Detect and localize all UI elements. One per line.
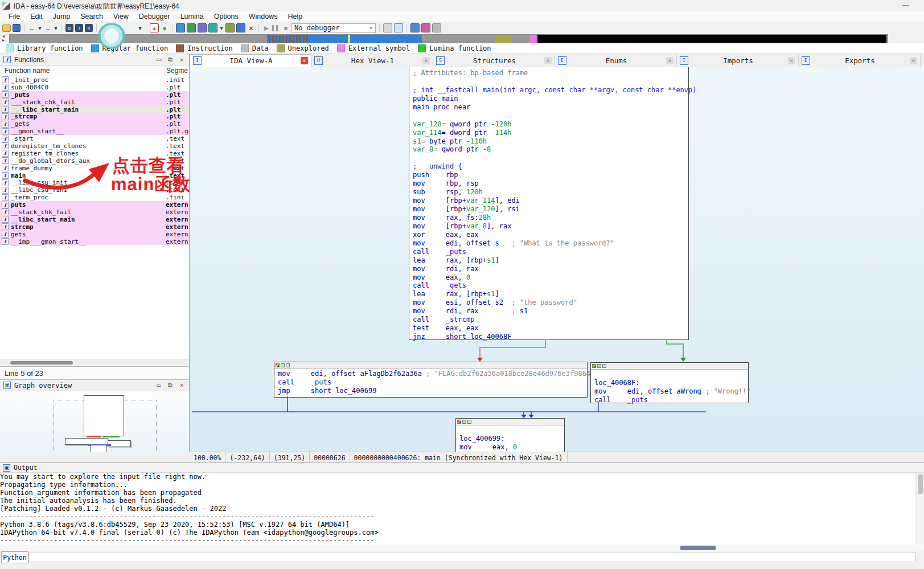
python-command-input[interactable] [28,552,915,562]
menu-options[interactable]: Options [209,12,244,21]
plugin-icon[interactable] [225,23,235,32]
module-list-icon[interactable] [410,23,420,32]
close-icon[interactable]: × [666,57,674,64]
close-icon[interactable]: × [301,57,308,64]
node-color-icon[interactable] [276,363,280,367]
tab-hex-view-1[interactable]: HHex View-1× [311,54,433,67]
node-color-icon[interactable] [592,364,596,368]
menu-file[interactable]: File [3,12,25,21]
function-row-__libc_start_main[interactable]: f__libc_start_mainextern [0,216,189,223]
rename-icon[interactable] [198,23,207,32]
node-group-icon[interactable] [602,364,606,368]
function-row-_puts[interactable]: f_puts.plt [0,91,189,99]
function-row-___libc_start_main[interactable]: f___libc_start_main.plt [0,106,189,113]
tab-enums[interactable]: EEnums× [555,54,677,67]
function-row-puts[interactable]: fputsextern [0,201,189,208]
function-row-deregister_tm_clones[interactable]: fderegister_tm_clones.text [0,142,189,150]
functions-hscrollbar-thumb[interactable] [10,361,73,365]
function-row-_gets[interactable]: f_gets.plt [0,120,189,128]
navband-scroll-arrows[interactable]: ◂ ▸ [2,34,8,43]
ida-graph-view[interactable]: ; Attributes: bp-based frame ; int __fas… [190,67,924,452]
new-instance-icon[interactable] [421,23,430,32]
tab-exports[interactable]: EExports× [799,54,921,67]
close-icon[interactable]: × [422,57,430,64]
function-row-___stack_chk_fail[interactable]: f___stack_chk_fail.plt [0,99,189,106]
output-vscrollbar-thumb[interactable] [918,474,923,494]
menu-help[interactable]: Help [282,12,307,21]
debugger-stop-icon[interactable]: ■ [282,24,290,32]
maximize-icon[interactable]: ▭ [155,56,163,63]
output-hscrollbar-thumb[interactable] [680,546,716,550]
tools-dropdown-icon[interactable]: ▾ [219,24,224,32]
forward-dropdown-icon[interactable]: ▾ [54,24,58,32]
open-file-icon[interactable] [2,24,11,32]
navigation-band[interactable] [9,34,888,43]
back-icon[interactable]: ← [28,24,36,32]
patch-icon[interactable] [208,23,217,32]
calc-icon[interactable] [187,23,196,32]
menu-lumina[interactable]: Lumina [175,12,209,21]
search-next-icon[interactable]: n [85,24,93,32]
close-icon[interactable]: × [544,57,552,64]
menu-windows[interactable]: Windows [244,12,283,21]
detach-icon[interactable] [432,23,441,32]
breakpoint-list-icon[interactable]: ▲ [150,23,159,32]
snapshot-icon[interactable] [176,23,185,32]
run-icon[interactable]: ● [161,24,169,32]
function-row-_start[interactable]: f_start.text [0,135,189,142]
attach-process-icon[interactable] [383,23,392,32]
function-row-_init_proc[interactable]: f_init_proc.init [0,76,189,84]
node-edit-icon[interactable] [462,420,466,424]
output-log[interactable]: You may start to explore the input file … [0,473,915,545]
menu-debugger[interactable]: Debugger [134,12,175,21]
minimize-icon[interactable] [902,5,909,6]
tab-structures[interactable]: SStructures× [433,54,555,67]
function-row-__gmon_start__[interactable]: f__gmon_start__.plt.go [0,128,189,135]
functions-column-header[interactable]: Function name Segme [0,66,189,77]
close-icon[interactable]: × [178,56,186,63]
basic-block-flag[interactable]: mov edi, offset aFlagDb2f62a36a ; "FLAG:… [274,362,588,398]
function-row-sub_4004C0[interactable]: fsub_4004C0.plt [0,84,189,91]
column-function-name[interactable]: Function name [5,67,50,75]
float-icon[interactable]: ⧉ [166,382,174,389]
python-interpreter-tab[interactable]: Python [1,551,28,563]
function-row-gets[interactable]: fgetsextern [0,231,189,238]
nav-right-icon[interactable]: ▸ [2,38,8,42]
debugger-options-icon[interactable] [394,23,403,32]
menu-search[interactable]: Search [75,12,108,21]
close-file-icon[interactable]: × [247,24,255,32]
function-row-__imp___gmon_start__[interactable]: f__imp___gmon_start__extern [0,238,189,245]
function-row-strcmp[interactable]: fstrcmpextern [0,223,189,231]
forward-icon[interactable]: → [44,24,52,32]
history-dropdown-icon[interactable]: ▾ [138,24,142,32]
debugger-pause-icon[interactable]: ▌▌ [272,24,280,32]
node-edit-icon[interactable] [597,364,601,368]
close-icon[interactable]: × [788,57,795,64]
menu-view[interactable]: View [108,12,134,21]
script-icon[interactable] [236,23,245,32]
basic-block-wrong[interactable]: loc_40068F:mov edi, offset aWrong ; "Wro… [590,362,749,403]
search-text-icon[interactable]: t [75,24,83,32]
basic-block-main[interactable]: ; Attributes: bp-based frame ; int __fas… [409,67,689,340]
search-binary-icon[interactable]: b [65,24,73,32]
node-edit-icon[interactable] [281,363,285,367]
back-dropdown-icon[interactable]: ▾ [38,24,42,32]
tab-imports[interactable]: IImports× [677,54,799,67]
column-segment[interactable]: Segme [166,67,188,75]
menu-edit[interactable]: Edit [25,12,48,21]
maximize-icon[interactable]: ▭ [155,382,163,389]
close-icon[interactable]: × [178,382,186,389]
function-row-__stack_chk_fail[interactable]: f__stack_chk_failextern [0,208,189,216]
basic-block-exit[interactable]: loc_400699:mov eax, 0 [455,418,565,452]
float-icon[interactable]: ⧉ [166,56,174,63]
output-hscrollbar[interactable] [0,545,924,551]
function-row-_strcmp[interactable]: f_strcmp.plt [0,113,189,120]
graph-overview-canvas[interactable] [0,391,189,452]
menu-jump[interactable]: Jump [48,12,76,21]
close-icon[interactable]: × [910,57,917,64]
debugger-select[interactable]: No debugger ▾ [291,23,376,33]
tab-ida-view-a[interactable]: IIDA View-A× [190,54,311,67]
node-group-icon[interactable] [467,420,471,424]
node-color-icon[interactable] [457,420,461,424]
save-icon[interactable] [13,24,20,32]
